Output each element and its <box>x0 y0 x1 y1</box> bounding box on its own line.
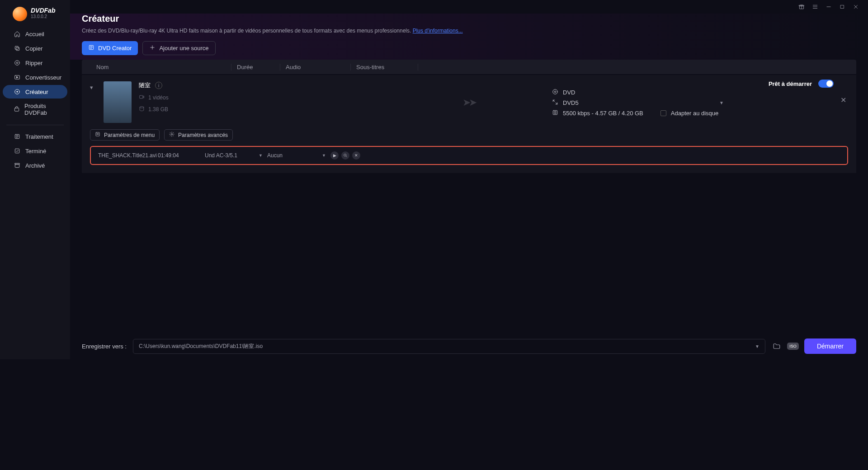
svg-point-22 <box>171 134 173 135</box>
creator-icon <box>14 88 21 95</box>
sidebar-item-label: Copier <box>25 45 42 52</box>
sidebar-item-archive[interactable]: Archivé <box>3 159 67 172</box>
page-header: Créateur Créez des DVD/Blu-ray/Blu-ray 4… <box>70 14 868 60</box>
title-audio-select[interactable]: Und AC-3/5.1 ▼ <box>205 152 267 159</box>
play-preview-icon[interactable]: ▶ <box>330 151 339 160</box>
title-detail-row: THE_SHACK.Title21.avi 01:49:04 Und AC-3/… <box>90 146 848 165</box>
sidebar-divider <box>6 125 64 125</box>
sidebar-item-produits[interactable]: Produits DVDFab <box>3 99 67 119</box>
title-subtitle-select[interactable]: Aucun ▼ <box>267 152 330 159</box>
minimize-icon[interactable] <box>826 4 832 10</box>
app-logo-icon <box>13 7 27 21</box>
add-source-button[interactable]: Ajouter une source <box>142 41 215 55</box>
sidebar-item-label: Archivé <box>25 162 45 169</box>
remove-task-icon[interactable]: ✕ <box>840 96 846 104</box>
sidebar-item-convertisseur[interactable]: Convertisseur <box>3 70 67 84</box>
sidebar: DVDFab 13.0.0.2 Accueil Copier Ripper Co… <box>0 0 70 359</box>
copy-icon <box>14 45 21 52</box>
movie-poster <box>104 81 132 123</box>
svg-rect-16 <box>140 95 143 99</box>
col-duration: Durée <box>231 64 280 70</box>
sidebar-item-label: Accueil <box>25 31 44 38</box>
chevron-down-icon: ▼ <box>322 153 326 158</box>
menu-settings-button[interactable]: Paramètres de menu <box>90 129 160 141</box>
svg-point-6 <box>17 91 18 92</box>
disc-size-select[interactable]: DVD5 ▼ <box>552 99 724 107</box>
start-button[interactable]: Démarrer <box>804 338 856 354</box>
brand-version: 13.0.0.2 <box>31 14 55 19</box>
sidebar-item-traitement[interactable]: Traitement <box>3 130 67 143</box>
iso-icon[interactable]: ISO <box>788 341 798 351</box>
ready-toggle[interactable] <box>818 80 834 88</box>
sidebar-item-label: Créateur <box>25 89 48 95</box>
bitrate-icon <box>552 109 558 117</box>
app-logo-block: DVDFab 13.0.0.2 <box>0 5 70 27</box>
sidebar-item-ripper[interactable]: Ripper <box>3 56 67 70</box>
svg-rect-9 <box>15 149 19 153</box>
video-icon <box>139 94 145 101</box>
svg-rect-1 <box>15 46 18 49</box>
output-path-select[interactable]: C:\Users\kun.wang\Documents\DVDFab11\陋室.… <box>133 339 765 354</box>
search-icon[interactable] <box>341 151 349 160</box>
chevron-down-icon: ▼ <box>755 344 760 349</box>
task-title: 陋室 <box>139 81 151 89</box>
svg-point-3 <box>16 62 18 64</box>
page-description: Créez des DVD/Blu-ray/Blu-ray 4K Ultra H… <box>82 28 856 34</box>
chevron-down-icon[interactable]: ▾ <box>90 81 96 91</box>
gift-icon[interactable] <box>798 4 805 10</box>
menu-icon <box>95 132 100 138</box>
sidebar-item-copier[interactable]: Copier <box>3 42 67 55</box>
remove-title-icon[interactable]: ✕ <box>352 151 360 160</box>
archive-icon <box>14 162 21 169</box>
col-subtitle: Sous-titres <box>350 64 418 70</box>
disc-icon <box>88 44 94 52</box>
info-icon[interactable]: i <box>155 82 162 89</box>
output-path: C:\Users\kun.wang\Documents\DVDFab11\陋室.… <box>139 343 263 350</box>
title-duration: 01:49:04 <box>158 152 205 159</box>
advanced-settings-button[interactable]: Paramètres avancés <box>164 129 233 141</box>
svg-rect-0 <box>16 47 19 51</box>
sidebar-item-accueil[interactable]: Accueil <box>3 27 67 41</box>
arrow-right-icon: ➤➤ <box>462 97 475 108</box>
table-header: Nom Durée Audio Sous-titres <box>82 60 856 74</box>
svg-rect-11 <box>15 163 20 164</box>
page-title: Créateur <box>82 14 856 24</box>
svg-rect-21 <box>96 132 99 136</box>
fit-to-disc-label: Adapter au disque <box>671 110 719 117</box>
col-audio: Audio <box>280 64 350 70</box>
disc-icon <box>552 89 558 96</box>
col-name: Nom <box>82 64 231 70</box>
svg-rect-10 <box>15 164 19 168</box>
svg-point-19 <box>554 91 556 93</box>
sidebar-item-createur[interactable]: Créateur <box>3 85 67 99</box>
titlebar <box>70 0 868 14</box>
main-panel: Créateur Créez des DVD/Blu-ray/Blu-ray 4… <box>70 0 868 359</box>
disc-type: DVD <box>563 89 575 96</box>
resize-icon <box>552 99 558 107</box>
chevron-down-icon: ▼ <box>719 100 724 105</box>
svg-point-18 <box>553 89 558 94</box>
ready-label: Prêt à démarrer <box>769 80 812 87</box>
more-info-link[interactable]: Plus d'informations... <box>413 28 463 34</box>
close-icon[interactable] <box>853 4 859 10</box>
folder-icon[interactable] <box>772 341 782 351</box>
maximize-icon[interactable] <box>839 4 845 10</box>
dvd-creator-button[interactable]: DVD Creator <box>82 41 138 55</box>
sidebar-item-label: Ripper <box>25 60 42 66</box>
svg-rect-14 <box>841 5 844 9</box>
save-to-label: Enregistrer vers : <box>82 343 127 350</box>
sidebar-item-label: Traitement <box>25 133 53 140</box>
svg-point-17 <box>140 107 144 108</box>
output-settings: DVD DVD5 ▼ 5500 kbps - 4.57 GB / 4.20 GB… <box>552 89 724 120</box>
task-card: Prêt à démarrer ✕ ▾ 陋室 i 1 vidéos <box>82 75 856 173</box>
sidebar-item-label: Convertisseur <box>25 74 61 81</box>
menu-icon[interactable] <box>812 4 818 10</box>
gear-icon <box>169 132 175 138</box>
storage-icon <box>139 106 145 113</box>
sidebar-item-termine[interactable]: Terminé <box>3 144 67 158</box>
fit-to-disc-checkbox[interactable] <box>660 110 666 116</box>
footer: Enregistrer vers : C:\Users\kun.wang\Doc… <box>70 333 868 359</box>
process-icon <box>14 133 21 140</box>
converter-icon <box>14 74 21 81</box>
brand-name: DVDFab <box>31 7 55 14</box>
